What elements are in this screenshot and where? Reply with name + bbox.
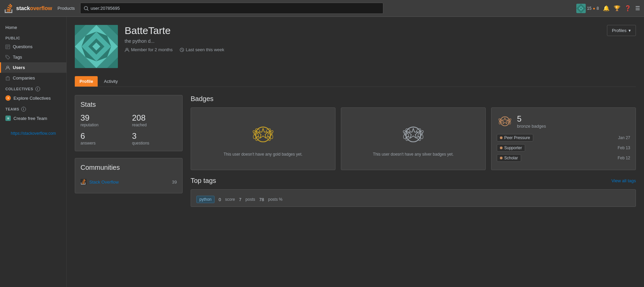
avatar-pattern-icon [576,4,586,13]
search-bar [80,3,383,14]
team-icon: ⊞ [5,116,11,121]
collectives-icon: ✦ [5,95,11,101]
member-icon [125,47,129,52]
badge-list-item-peer-pressure: Peer Pressure Jan 27 [497,134,630,141]
sidebar-item-questions[interactable]: Questions [0,41,66,52]
community-rep: 39 [172,180,177,185]
communities-title: Communities [80,164,177,171]
collectives-info-icon[interactable]: i [35,87,40,91]
profiles-chevron-icon: ▾ [629,28,631,33]
badge-supporter[interactable]: Supporter [497,144,525,152]
hamburger-icon[interactable]: ☰ [635,5,640,11]
score-label: score [225,197,235,202]
badge-list-item-supporter: Supporter Feb 13 [497,144,630,152]
sidebar-item-users[interactable]: Users [0,62,66,73]
bronze-badge-card: 5 bronze badges Peer Pressure [491,107,636,170]
bronze-dot: ● [593,6,595,11]
svg-point-11 [6,56,7,57]
badge-list-item-scholar: Scholar Feb 12 [497,154,630,162]
products-nav[interactable]: Products [58,6,75,11]
profile-meta: Member for 2 months Last seen this week [125,47,636,52]
achievements-icon[interactable]: 🏆 [614,5,620,11]
public-section-label: PUBLIC [0,33,66,41]
view-all-tags-link[interactable]: View all tags [611,178,636,183]
bronze-label: bronze badges [517,124,546,129]
silver-badge-card: This user doesn't have any silver badges… [341,107,486,170]
sidebar-item-home[interactable]: Home [0,22,66,33]
top-tags-title: Top tags [191,177,216,185]
clock-icon [180,47,184,52]
badge-peer-pressure[interactable]: Peer Pressure [497,134,533,141]
svg-rect-13 [6,77,9,80]
main-layout: Home PUBLIC Questions Tags [0,17,644,287]
sidebar-item-companies[interactable]: Companies [0,73,66,83]
badges-title: Badges [191,95,636,103]
stats-card: Stats 39 reputation 208 reached 6 answer [75,95,183,151]
help-icon[interactable]: ❓ [624,5,631,11]
svg-line-1 [87,9,88,10]
top-tags-section: Top tags View all tags python 0 score 7 [191,177,636,207]
right-column: Badges [191,95,636,207]
posts-pct-label: posts % [268,197,283,202]
communities-card: Communities Stack Overflow 39 [75,158,183,193]
main-content: BatteTarte the python d... Member for 2 … [67,17,644,287]
bronze-count: 5 [517,114,546,124]
tab-profile[interactable]: Profile [75,76,98,87]
bronze-header: 5 bronze badges [497,113,630,129]
python-tag-row: python 0 score 7 posts 78 [196,196,630,203]
users-icon [5,65,10,70]
search-icon [84,6,89,11]
bronze-medal-icon [497,113,513,129]
gold-badge-card: This user doesn't have any gold badges y… [191,107,335,170]
last-seen: Last seen this week [180,47,224,52]
so-community-icon [80,179,87,185]
profile-bio: the python d... [125,38,636,44]
silver-badge-icon [400,121,427,148]
posts-pct-value: 78 [259,197,264,202]
posts-label: posts [246,197,255,202]
profile-tabs: Profile Activity [75,76,636,87]
svg-marker-59 [408,128,418,138]
sidebar-item-tags[interactable]: Tags [0,52,66,62]
svg-marker-67 [502,118,508,124]
stackoverflow-logo-icon [4,3,14,13]
teams-info-icon[interactable]: i [21,107,26,111]
inbox-icon[interactable]: 🔔 [603,5,610,11]
nav-right-area: 15 ● 8 🔔 🏆 ❓ ☰ [576,4,640,13]
stats-title: Stats [80,101,177,108]
reputation-stat: 39 reputation [80,113,125,127]
profiles-button[interactable]: Profiles ▾ [607,25,636,36]
profile-header: BatteTarte the python d... Member for 2 … [75,25,636,68]
badges-row: This user doesn't have any gold badges y… [191,107,636,170]
sidebar-item-create-team[interactable]: ⊞ Create free Team [0,113,66,124]
top-navigation: stackoverflow Products 15 ● 8 [0,0,644,17]
python-tag[interactable]: python [196,196,215,203]
user-avatar-nav[interactable]: 15 ● 8 [576,4,599,13]
gold-badge-icon [250,121,277,148]
questions-icon [5,44,10,49]
bronze-dot-2-icon [500,147,503,149]
teams-section-label: TEAMS i [0,103,66,113]
left-column: Stats 39 reputation 208 reached 6 answer [75,95,183,207]
top-tags-header: Top tags View all tags [191,177,636,185]
tab-activity[interactable]: Activity [99,76,122,87]
stackoverflow-link[interactable]: https://stackoverflow.com [5,129,61,138]
sidebar-item-explore-collectives[interactable]: ✦ Explore Collectives [0,93,66,103]
sidebar: Home PUBLIC Questions Tags [0,17,67,287]
collectives-section-label: COLLECTIVES i [0,83,66,93]
badge-scholar[interactable]: Scholar [497,154,521,162]
rep-count: 15 ● 8 [587,6,599,11]
logo-text: stackoverflow [16,5,52,11]
site-logo[interactable]: stackoverflow [4,3,52,13]
questions-stat: 3 questions [132,131,177,146]
badges-section: Badges [191,95,636,170]
posts-value: 7 [239,197,242,202]
search-input[interactable] [91,6,380,11]
bronze-dot-3-icon [500,157,503,159]
reached-stat: 208 reached [132,113,177,127]
community-name-link[interactable]: Stack Overflow [80,179,119,185]
gold-medal-icon [250,121,277,148]
profile-name: BatteTarte [125,25,636,36]
svg-marker-47 [258,128,268,138]
nav-avatar [576,4,586,13]
